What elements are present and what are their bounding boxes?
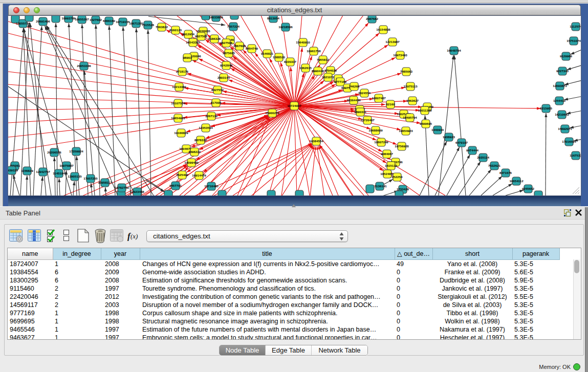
svg-text:8215955: 8215955	[540, 106, 553, 110]
svg-text:9227343: 9227343	[556, 69, 569, 73]
svg-text:14055724: 14055724	[16, 21, 30, 25]
svg-text:12975115: 12975115	[403, 84, 418, 88]
svg-text:2867608: 2867608	[233, 44, 246, 48]
svg-text:10688609: 10688609	[368, 128, 383, 132]
svg-text:10975887: 10975887	[59, 164, 74, 167]
svg-text:9129966: 9129966	[560, 54, 573, 58]
svg-text:1938923: 1938923	[443, 135, 455, 139]
svg-text:9777169: 9777169	[334, 80, 347, 83]
svg-text:12093873: 12093873	[553, 84, 567, 87]
svg-text:17957255: 17957255	[83, 177, 98, 180]
svg-text:9084067: 9084067	[381, 152, 394, 156]
svg-text:9146821: 9146821	[261, 52, 274, 55]
svg-text:10107554: 10107554	[171, 101, 185, 105]
svg-text:4498222: 4498222	[188, 150, 201, 154]
svg-text:15751074: 15751074	[567, 39, 581, 42]
svg-text:7663822: 7663822	[156, 25, 168, 29]
svg-text:12213987: 12213987	[385, 40, 400, 43]
svg-text:2803144: 2803144	[217, 76, 230, 79]
svg-text:9827506: 9827506	[195, 34, 208, 38]
svg-text:8990448: 8990448	[312, 69, 324, 73]
svg-text:16543382: 16543382	[186, 40, 200, 44]
svg-text:6466160: 6466160	[103, 19, 116, 23]
svg-text:1890331: 1890331	[354, 110, 367, 114]
svg-text:1362615: 1362615	[299, 66, 312, 70]
svg-text:7625402: 7625402	[176, 173, 189, 177]
svg-text:19166829: 19166829	[174, 131, 188, 135]
svg-text:(x): (x)	[130, 232, 138, 240]
svg-text:817006: 817006	[211, 101, 222, 104]
svg-text:7515528: 7515528	[142, 23, 155, 27]
svg-text:8813054: 8813054	[267, 16, 280, 20]
svg-text:3875685: 3875685	[223, 51, 235, 55]
svg-text:18807249: 18807249	[374, 140, 388, 144]
svg-text:19756928: 19756928	[395, 144, 409, 148]
svg-text:746266: 746266	[349, 84, 360, 88]
svg-text:15692071: 15692071	[558, 127, 572, 130]
svg-text:20691406: 20691406	[36, 19, 50, 23]
svg-text:98903: 98903	[183, 56, 192, 59]
svg-text:8912954: 8912954	[182, 32, 195, 36]
svg-text:1167533: 1167533	[570, 154, 581, 157]
svg-text:16648784: 16648784	[447, 49, 461, 52]
svg-text:7955812: 7955812	[317, 58, 330, 61]
svg-text:1615132: 1615132	[385, 164, 398, 167]
svg-text:7632621: 7632621	[488, 164, 501, 167]
svg-text:20364436: 20364436	[346, 98, 361, 102]
svg-text:17016504: 17016504	[562, 140, 576, 143]
svg-text:10655267: 10655267	[75, 17, 89, 21]
svg-text:15716485: 15716485	[204, 184, 219, 188]
svg-text:17359924: 17359924	[69, 149, 83, 153]
svg-text:10993789: 10993789	[61, 16, 76, 20]
svg-text:1621072: 1621072	[322, 75, 335, 79]
svg-text:15136141: 15136141	[373, 184, 387, 188]
svg-text:1733426: 1733426	[397, 187, 409, 191]
svg-text:14099489: 14099489	[184, 161, 199, 164]
svg-text:1145194: 1145194	[53, 171, 65, 175]
svg-text:8454749: 8454749	[246, 47, 258, 50]
svg-text:16782759: 16782759	[115, 186, 129, 189]
svg-text:8186328: 8186328	[208, 37, 221, 40]
svg-text:3267130: 3267130	[205, 114, 218, 118]
svg-text:2087682: 2087682	[366, 17, 379, 20]
svg-text:6794028: 6794028	[324, 69, 337, 72]
svg-text:9474444: 9474444	[466, 148, 479, 152]
svg-text:12942757: 12942757	[36, 170, 50, 173]
svg-text:9699695: 9699695	[420, 122, 432, 125]
svg-text:19384554: 19384554	[309, 139, 323, 143]
svg-text:2935114: 2935114	[477, 156, 489, 159]
svg-text:18724007: 18724007	[287, 104, 301, 107]
svg-text:8220337: 8220337	[284, 60, 297, 63]
svg-text:15720407: 15720407	[360, 118, 375, 122]
svg-text:1527602: 1527602	[90, 18, 102, 21]
svg-text:15900273: 15900273	[265, 111, 279, 115]
svg-text:3624554: 3624554	[358, 91, 371, 95]
svg-text:19218506: 19218506	[278, 25, 293, 29]
svg-text:10807487: 10807487	[372, 96, 386, 100]
svg-text:1156829: 1156829	[21, 169, 33, 172]
svg-text:10011365: 10011365	[418, 108, 432, 112]
svg-text:1244413: 1244413	[553, 99, 566, 102]
svg-text:18495794: 18495794	[403, 116, 417, 119]
svg-text:20053346: 20053346	[77, 64, 91, 68]
svg-text:8878332: 8878332	[194, 138, 207, 142]
svg-text:16914479: 16914479	[192, 173, 206, 177]
svg-text:15640910: 15640910	[296, 40, 310, 44]
svg-text:12905135: 12905135	[68, 174, 82, 178]
svg-text:20206576: 20206576	[47, 150, 61, 154]
svg-text:7485063: 7485063	[400, 70, 413, 73]
svg-text:9242848: 9242848	[220, 63, 233, 67]
svg-text:252254: 252254	[392, 175, 403, 179]
svg-text:1440934: 1440934	[431, 128, 444, 132]
svg-text:16033809: 16033809	[209, 15, 223, 19]
svg-text:19654923: 19654923	[171, 116, 185, 120]
svg-text:10654112: 10654112	[509, 179, 524, 183]
svg-text:1112574: 1112574	[570, 25, 581, 28]
svg-text:9245652: 9245652	[522, 187, 535, 190]
svg-text:10958117: 10958117	[98, 181, 112, 184]
svg-text:1588520: 1588520	[273, 55, 286, 59]
svg-text:10961758: 10961758	[307, 49, 321, 53]
svg-text:7357224: 7357224	[227, 25, 240, 28]
svg-text:12213389: 12213389	[172, 85, 186, 89]
svg-text:12353594: 12353594	[199, 126, 213, 129]
